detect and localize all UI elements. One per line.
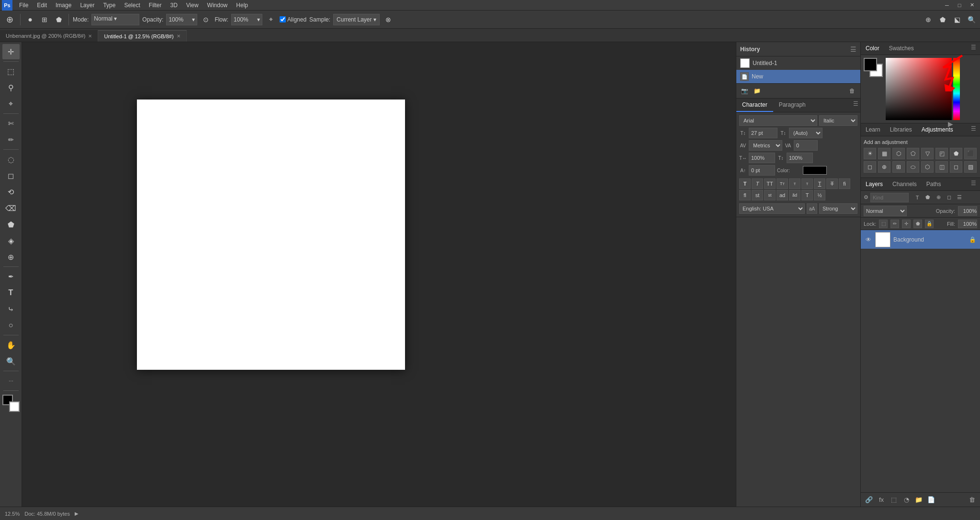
blur-tool-btn[interactable]: ◈ [2,233,20,248]
foreground-swatch[interactable] [864,58,877,71]
adj-color-lookup[interactable]: ⊞ [892,161,905,173]
tab-color[interactable]: Color [861,42,884,55]
layer-background[interactable]: 👁 Background 🔒 [861,230,980,249]
maximize-button[interactable]: □ [953,0,966,11]
lock-transparent-btn[interactable]: ⬚ [879,220,888,228]
adj-bw[interactable]: ⬛ [964,148,977,159]
style-caps[interactable]: TT [764,178,776,189]
healing-tool-btn[interactable]: ◌ [2,152,20,167]
layers-mode-select[interactable]: Normal [864,206,907,216]
style-ad2[interactable]: ăd [789,190,800,200]
sample-all-layers-btn[interactable]: ⊗ [383,14,394,25]
brush-toggle1[interactable]: ⊞ [39,14,50,25]
hand-tool-btn[interactable]: ✋ [2,337,20,353]
workspace-switcher[interactable]: ⬕ [951,14,963,25]
adj-invert[interactable]: ⬭ [907,161,919,173]
adj-levels[interactable]: ▦ [878,148,890,159]
color-panel-menu[interactable]: ☰ [967,42,980,55]
fx-btn[interactable]: fx [876,495,887,505]
gradient-tool-btn[interactable]: ⬟ [2,217,20,232]
adj-vibrance[interactable]: ▽ [921,148,934,159]
menu-type[interactable]: Type [99,1,119,10]
adj-exposure[interactable]: ⬠ [907,148,919,159]
path-select-btn[interactable]: ⤷ [2,301,20,317]
pressure-btn[interactable]: ⊕ [923,14,934,25]
filter-adj-icon[interactable]: ⬟ [923,193,933,202]
mode-select[interactable]: Normal ▾ [91,14,139,25]
close-button[interactable]: ✕ [966,0,978,11]
fill-value-input[interactable] [958,220,977,228]
style-sub[interactable]: T [801,178,813,189]
menu-help[interactable]: Help [232,1,252,10]
kerning-select[interactable]: Metrics [749,140,782,151]
adj-channel-mixer[interactable]: ⊕ [878,161,890,173]
search-btn[interactable]: 🔍 [966,14,977,25]
color-swatches[interactable] [2,395,20,412]
marquee-tool-btn[interactable]: ⬚ [2,64,20,79]
create-group-btn[interactable]: 📁 [913,495,924,505]
create-layer-btn[interactable]: 📄 [926,495,936,505]
filter-pixel-icon[interactable]: T [912,193,922,202]
language-select[interactable]: English: USA [739,203,805,214]
menu-filter[interactable]: Filter [145,1,166,10]
adj-threshold[interactable]: ◫ [935,161,948,173]
lasso-tool-btn[interactable]: ⚲ [2,80,20,95]
menu-view[interactable]: View [182,1,203,10]
tab-channels[interactable]: Channels [888,178,922,190]
menu-3d[interactable]: 3D [166,1,181,10]
color-gradient-area[interactable]: ▶ [886,58,960,120]
menu-image[interactable]: Image [52,1,75,10]
close-tab-untitled[interactable]: ✕ [177,33,180,39]
learn-panel-menu[interactable]: ☰ [967,123,980,136]
brush-preset-btn[interactable]: ● [24,14,36,25]
baseline-input[interactable] [749,165,775,176]
type-tool-btn[interactable]: T [2,285,20,300]
dodge-tool-btn[interactable]: ⊕ [2,249,20,265]
menu-edit[interactable]: Edit [33,1,51,10]
lock-position-btn[interactable]: ✛ [902,220,911,228]
smoothing-btn[interactable]: ⌖ [265,14,277,25]
shape-tool-btn[interactable]: ○ [2,318,20,333]
opacity-input[interactable]: 100%▾ [166,14,197,25]
style-st[interactable]: st [752,190,763,200]
history-delete-btn[interactable]: 🗑 [847,86,857,96]
tab-character[interactable]: Character [736,99,773,112]
adj-colorbalance[interactable]: ⬟ [950,148,962,159]
style-super[interactable]: T [789,178,800,189]
char-color-swatch[interactable] [803,166,827,175]
link-layers-btn[interactable]: 🔗 [864,495,874,505]
menu-file[interactable]: File [15,1,32,10]
style-ad[interactable]: ad [777,190,788,200]
adj-posterize[interactable]: ⬡ [921,161,934,173]
style-t-low[interactable]: T [801,190,813,200]
history-new-doc-btn[interactable]: 📁 [752,86,762,96]
history-panel-header[interactable]: History ☰ [736,42,860,56]
adj-gradient-map[interactable]: ◻ [950,161,962,173]
history-source-item[interactable]: Untitled-1 [736,56,860,70]
font-style-select[interactable]: Italic [819,115,857,126]
pen-tool-btn[interactable]: ✒ [2,269,20,284]
more-tools-btn[interactable]: ⋯ [2,373,20,388]
menu-window[interactable]: Window [203,1,232,10]
status-arrow[interactable]: ▶ [75,511,79,516]
style-ff[interactable]: fl [739,190,751,200]
adj-photo-filter[interactable]: ◻ [864,161,876,173]
opacity-value-input[interactable] [958,206,977,216]
adj-selective-color[interactable]: ▨ [964,161,977,173]
style-fraction[interactable]: ½ [814,190,825,200]
layer-visibility-eye[interactable]: 👁 [865,236,872,243]
tab-unbenannt[interactable]: Unbenannt.jpg @ 200% (RGB/8#) ✕ [0,30,98,42]
tracking-input[interactable] [794,140,818,151]
move-tool-btn[interactable]: ✛ [2,44,20,59]
lock-pixel-btn[interactable]: ✏ [890,220,899,228]
filter-smart-icon[interactable]: ☰ [955,193,964,202]
style-bold[interactable]: T [739,178,751,189]
char-panel-menu[interactable]: ☰ [851,99,860,112]
brush-toggle2[interactable]: ⬟ [53,14,65,25]
hue-bar[interactable] [953,58,960,120]
aa-method-select[interactable]: Strong [819,203,857,214]
menu-layer[interactable]: Layer [76,1,98,10]
filter-shape-icon[interactable]: ◻ [944,193,954,202]
style-small-caps[interactable]: TT [777,178,788,189]
style-strikethrough[interactable]: T [826,178,838,189]
